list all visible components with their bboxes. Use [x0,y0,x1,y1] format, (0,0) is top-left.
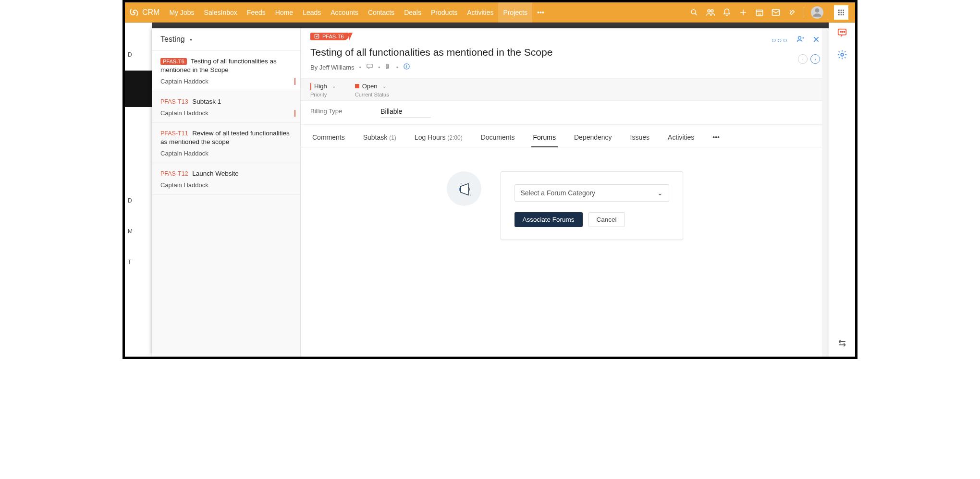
scrollbar[interactable] [822,28,829,357]
close-icon[interactable] [812,36,820,45]
sidebar-header[interactable]: Testing ▾ [152,28,300,51]
nav-contacts[interactable]: Contacts [363,2,399,23]
chat-icon[interactable] [837,27,847,40]
svg-rect-13 [838,12,840,13]
sidebar-title: Testing [160,35,185,44]
tab-issues[interactable]: Issues [628,128,651,147]
svg-text:31: 31 [758,12,761,15]
billing-value[interactable]: Billable [380,108,431,118]
next-record[interactable]: › [810,54,820,64]
priority-block[interactable]: High⌄ Priority [310,83,336,97]
user-avatar[interactable] [811,6,823,19]
attachment-icon[interactable] [385,63,392,71]
select-placeholder: Select a Forum Category [521,189,596,197]
nav-my-jobs[interactable]: My Jobs [164,2,199,23]
app-logo[interactable]: CRM [129,7,159,18]
bell-icon[interactable] [722,8,732,17]
tab-more[interactable]: ••• [710,128,722,147]
svg-point-30 [461,183,462,184]
byline: By Jeff Williams • • • [310,63,819,72]
app-name: CRM [142,8,159,17]
nav-home[interactable]: Home [270,2,298,23]
nav-products[interactable]: Products [426,2,462,23]
svg-rect-12 [843,10,844,11]
info-icon[interactable] [403,63,410,72]
status-label: Current Status [355,92,389,97]
svg-point-23 [406,65,407,66]
logo-icon [129,7,139,18]
associate-forums-button[interactable]: Associate Forums [514,212,583,227]
tab-log-hours[interactable]: Log Hours (2:00) [413,128,465,147]
nav-deals[interactable]: Deals [399,2,426,23]
chevron-down-icon: ⌄ [332,84,336,89]
comment-icon[interactable] [366,63,373,72]
task-owner: Captain Haddock [160,109,292,117]
tab-subtask[interactable]: Subtask (1) [361,128,398,147]
nav-feeds[interactable]: Feeds [242,2,270,23]
expand-panel-icon[interactable] [837,338,847,350]
task-list[interactable]: PFAS-T6 Testing of all functionalities a… [152,51,300,357]
chip-label: PFAS-T6 [322,34,344,39]
detail-tabs: Comments Subtask (1) Log Hours (2:00) Do… [301,128,829,147]
svg-point-0 [691,10,696,14]
task-chip: PFAS-T6 [310,33,349,40]
forum-category-select[interactable]: Select a Forum Category ⌄ [514,184,669,202]
svg-rect-11 [841,10,842,11]
forum-card: Select a Forum Category ⌄ Associate Foru… [501,171,683,240]
right-rail [829,23,855,357]
tab-documents[interactable]: Documents [479,128,517,147]
task-item[interactable]: PFAS-T13 Subtask 1 Captain Haddock [152,91,300,123]
nav-accounts[interactable]: Accounts [326,2,363,23]
task-panel: Testing ▾ PFAS-T6 Testing of all functio… [152,28,829,357]
billing-label: Billing Type [310,108,342,118]
status-block[interactable]: Open⌄ Current Status [355,83,389,97]
gutter-d2: D [125,197,152,204]
plus-icon[interactable] [738,8,748,17]
task-item[interactable]: PFAS-T6 Testing of all functionalities a… [152,51,300,91]
apps-grid-icon[interactable] [834,5,848,20]
chevron-down-icon: ⌄ [382,84,386,89]
search-icon[interactable] [689,8,699,17]
nav-menu: My Jobs SalesInbox Feeds Home Leads Acco… [164,2,549,23]
status-indicator-icon [355,84,359,88]
nav-leads[interactable]: Leads [298,2,326,23]
top-navbar: CRM My Jobs SalesInbox Feeds Home Leads … [125,2,855,23]
task-owner: Captain Haddock [160,181,292,189]
detail-title: Testing of all functionalities as mentio… [310,47,819,58]
nav-projects[interactable]: Projects [498,2,532,23]
more-icon[interactable]: ○○○ [772,36,788,45]
divider [804,7,804,18]
svg-line-1 [695,13,697,15]
cancel-button[interactable]: Cancel [588,212,625,227]
tab-activities[interactable]: Activities [666,128,696,147]
task-id: PFAS-T12 [160,170,188,177]
svg-rect-16 [838,14,840,15]
tab-comments[interactable]: Comments [310,128,347,147]
task-id: PFAS-T11 [160,130,188,137]
task-sidebar: Testing ▾ PFAS-T6 Testing of all functio… [152,28,301,357]
svg-point-32 [470,195,471,196]
settings-gear-icon[interactable] [837,49,847,62]
contacts-icon[interactable] [706,8,715,17]
tools-icon[interactable] [787,8,797,17]
nav-salesinbox[interactable]: SalesInbox [199,2,242,23]
task-item[interactable]: PFAS-T12 Launch Website Captain Haddock [152,163,300,195]
tab-forums[interactable]: Forums [531,128,558,147]
detail-actions: ○○○ [772,35,820,46]
svg-point-34 [840,31,841,32]
task-item[interactable]: PFAS-T11 Review of all tested functional… [152,123,300,163]
mail-icon[interactable] [771,8,781,17]
priority-value: High [314,83,327,90]
task-id: PFAS-T13 [160,98,188,105]
prev-record[interactable]: ‹ [798,54,808,64]
task-owner: Captain Haddock [160,78,292,85]
calendar-icon[interactable]: 31 [755,8,764,17]
nav-more[interactable]: ••• [532,2,549,23]
background-gutter: D D M T [125,23,152,357]
svg-rect-18 [843,14,844,15]
tab-dependency[interactable]: Dependency [572,128,614,147]
task-owner: Captain Haddock [160,150,292,157]
assign-user-icon[interactable] [796,35,805,46]
body: D D M T Testing ▾ PFAS-T6 [125,23,855,357]
nav-activities[interactable]: Activities [462,2,498,23]
